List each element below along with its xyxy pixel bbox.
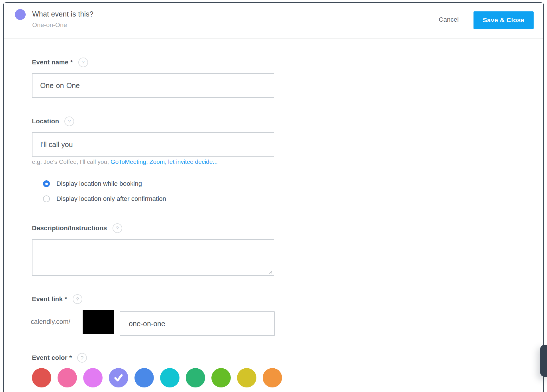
side-scrollbar-thumb[interactable] — [540, 345, 547, 377]
event-color-swatch-4[interactable] — [134, 368, 154, 387]
event-color-swatch-5[interactable] — [160, 368, 179, 387]
radio-display-after-confirmation[interactable]: Display location only after confirmation — [43, 195, 166, 203]
help-icon[interactable]: ? — [78, 58, 88, 67]
page-title: What event is this? — [32, 10, 93, 18]
help-icon[interactable]: ? — [73, 294, 82, 304]
radio-label: Display location only after confirmation — [56, 195, 166, 203]
radio-icon — [43, 195, 50, 202]
event-color-swatch-6[interactable] — [186, 368, 205, 387]
event-color-swatch-2[interactable] — [83, 368, 103, 387]
event-color-label: Event color * — [32, 354, 72, 362]
cancel-button[interactable]: Cancel — [439, 16, 459, 23]
event-link-url-prefix: calendly.com/ — [31, 318, 70, 326]
event-color-swatch-1[interactable] — [58, 368, 77, 387]
hint-link-gotomeeting[interactable]: GoToMeeting — [111, 158, 146, 165]
event-link-label: Event link * — [32, 295, 67, 303]
hint-separator: , — [165, 158, 168, 165]
event-color-swatch-0[interactable] — [32, 368, 51, 387]
event-link-label-row: Event link * ? — [32, 294, 82, 304]
event-color-swatches — [32, 368, 282, 387]
location-label-row: Location ? — [32, 117, 74, 126]
section-divider — [4, 390, 543, 390]
location-hint: e.g. Joe's Coffee, I'll call you, GoToMe… — [32, 158, 218, 165]
help-icon[interactable]: ? — [77, 353, 87, 363]
hint-link-zoom[interactable]: Zoom — [150, 158, 165, 165]
description-textarea[interactable] — [32, 240, 274, 275]
page-subtitle: One-on-One — [32, 21, 67, 29]
resize-handle-icon[interactable] — [268, 270, 273, 274]
event-link-slug-input[interactable] — [120, 311, 275, 336]
event-color-swatch-9[interactable] — [263, 368, 282, 387]
description-textarea-wrap — [32, 239, 274, 276]
location-label: Location — [32, 118, 59, 125]
event-color-swatch-8[interactable] — [237, 368, 256, 387]
hint-separator: , — [146, 158, 150, 165]
event-color-label-row: Event color * ? — [32, 353, 87, 363]
description-label: Description/Instructions — [32, 224, 107, 232]
help-icon[interactable]: ? — [113, 223, 122, 233]
event-name-label: Event name * — [32, 59, 73, 66]
check-icon — [112, 371, 125, 384]
hint-link-let-invitee-decide[interactable]: let invitee decide... — [168, 158, 218, 165]
event-color-swatch-7[interactable] — [211, 368, 231, 387]
location-hint-prefix: e.g. Joe's Coffee, I'll call you, — [32, 158, 111, 165]
radio-icon — [43, 180, 50, 187]
event-name-label-row: Event name * ? — [32, 58, 88, 67]
event-color-swatch-3[interactable] — [109, 368, 128, 387]
redacted-username — [83, 310, 114, 334]
radio-display-while-booking[interactable]: Display location while booking — [43, 180, 142, 188]
location-input[interactable] — [32, 132, 274, 157]
radio-label: Display location while booking — [56, 180, 142, 187]
description-label-row: Description/Instructions ? — [32, 223, 122, 233]
help-icon[interactable]: ? — [64, 117, 74, 126]
save-button[interactable]: Save & Close — [473, 11, 534, 29]
panel-header: What event is this? One-on-One Cancel Sa… — [4, 3, 543, 39]
event-name-input[interactable] — [32, 73, 274, 98]
event-color-dot — [15, 9, 26, 20]
